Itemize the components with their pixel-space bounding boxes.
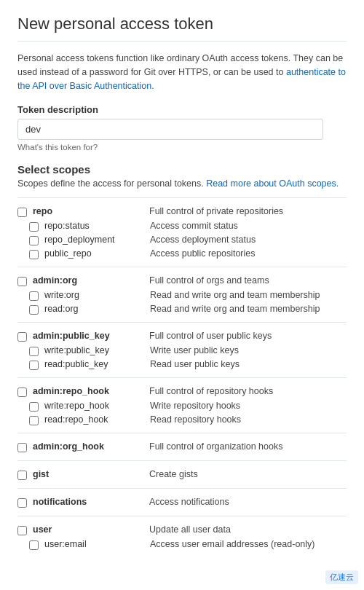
scope-name-read_repo_hook: read:repo_hook [44, 414, 150, 425]
scope-name-admin_org: admin:org [33, 275, 149, 286]
scope-group-admin_org_hook: admin:org_hookFull control of organizati… [17, 433, 347, 460]
scope-group-admin_public_key: admin:public_keyFull control of user pub… [17, 322, 347, 377]
scope-row-read_repo_hook: read:repo_hookRead repository hooks [17, 413, 347, 427]
scope-name-notifications: notifications [33, 497, 149, 507]
scope-group-gist: gistCreate gists [17, 460, 347, 488]
scope-desc-admin_org_hook: Full control of organization hooks [149, 441, 347, 452]
checkbox-admin_repo_hook[interactable] [17, 388, 27, 397]
scope-name-user: user [33, 524, 149, 535]
checkbox-public_repo[interactable] [29, 250, 39, 259]
checkbox-gist[interactable] [17, 471, 27, 480]
scope-row-read_org: read:orgRead and write org and team memb… [17, 302, 347, 316]
scope-desc-write_repo_hook: Write repository hooks [150, 401, 240, 411]
scope-group-user: userUpdate all user datauser:emailAccess… [17, 516, 347, 557]
checkbox-repo[interactable] [17, 208, 27, 217]
scopes-subtext: Scopes define the access for personal to… [17, 178, 347, 189]
scopes-container: repoFull control of private repositories… [17, 197, 347, 557]
checkbox-user[interactable] [17, 526, 27, 535]
checkbox-read_org[interactable] [29, 305, 39, 315]
scope-group-notifications: notificationsAccess notifications [17, 488, 347, 516]
scope-name-admin_public_key: admin:public_key [33, 331, 149, 341]
scope-desc-write_org: Read and write org and team membership [150, 290, 320, 300]
scope-row-user_email: user:emailAccess user email addresses (r… [17, 538, 347, 551]
scope-desc-read_repo_hook: Read repository hooks [150, 414, 241, 425]
scope-name-write_repo_hook: write:repo_hook [44, 401, 150, 411]
scope-name-read_org: read:org [44, 304, 150, 314]
scope-row-write_org: write:orgRead and write org and team mem… [17, 288, 347, 302]
scope-desc-repo_status: Access commit status [150, 221, 238, 231]
scope-row-repo: repoFull control of private repositories [17, 204, 347, 219]
token-description-label: Token description [17, 104, 347, 115]
scope-row-notifications: notificationsAccess notifications [17, 495, 347, 510]
scope-desc-read_org: Read and write org and team membership [150, 304, 320, 314]
checkbox-user_email[interactable] [29, 540, 39, 550]
scope-desc-user: Update all user data [149, 524, 347, 535]
scope-name-repo_status: repo:status [44, 221, 150, 231]
scope-row-write_repo_hook: write:repo_hookWrite repository hooks [17, 399, 347, 413]
oauth-scopes-link[interactable]: Read more about OAuth scopes. [206, 178, 339, 189]
scope-row-gist: gistCreate gists [17, 467, 347, 482]
checkbox-write_org[interactable] [29, 291, 39, 301]
checkbox-notifications[interactable] [17, 498, 27, 508]
scope-desc-write_public_key: Write user public keys [150, 345, 239, 355]
scope-name-admin_repo_hook: admin:repo_hook [33, 386, 149, 396]
checkbox-write_repo_hook[interactable] [29, 402, 39, 412]
scope-row-user: userUpdate all user data [17, 522, 347, 538]
scope-desc-user_email: Access user email addresses (read-only) [150, 539, 314, 549]
scope-name-write_public_key: write:public_key [44, 345, 150, 355]
scope-row-repo_deployment: repo_deploymentAccess deployment status [17, 233, 347, 247]
scope-name-user_email: user:email [44, 539, 150, 549]
scope-group-admin_org: admin:orgFull control of orgs and teamsw… [17, 267, 347, 322]
scope-row-admin_public_key: admin:public_keyFull control of user pub… [17, 329, 347, 344]
checkbox-admin_org[interactable] [17, 277, 27, 286]
scope-row-admin_repo_hook: admin:repo_hookFull control of repositor… [17, 384, 347, 399]
page-title: New personal access token [17, 15, 347, 42]
checkbox-admin_public_key[interactable] [17, 332, 27, 342]
scope-row-read_public_key: read:public_keyRead user public keys [17, 358, 347, 371]
scope-name-write_org: write:org [44, 290, 150, 300]
scope-desc-admin_org: Full control of orgs and teams [149, 275, 347, 286]
scope-name-gist: gist [33, 469, 149, 479]
scope-desc-notifications: Access notifications [149, 497, 347, 507]
checkbox-repo_deployment[interactable] [29, 236, 39, 245]
scope-row-write_public_key: write:public_keyWrite user public keys [17, 344, 347, 358]
scope-group-repo: repoFull control of private repositories… [17, 197, 347, 267]
scope-row-admin_org: admin:orgFull control of orgs and teams [17, 273, 347, 288]
scope-row-admin_org_hook: admin:org_hookFull control of organizati… [17, 439, 347, 455]
token-hint: What's this token for? [17, 143, 347, 152]
token-description-input[interactable] [17, 119, 323, 140]
scope-desc-repo_deployment: Access deployment status [150, 235, 256, 245]
description-text: Personal access tokens function like ord… [17, 52, 347, 93]
scope-name-admin_org_hook: admin:org_hook [33, 441, 149, 452]
scope-name-repo_deployment: repo_deployment [44, 235, 150, 245]
scope-name-repo: repo [33, 206, 149, 216]
scope-group-admin_repo_hook: admin:repo_hookFull control of repositor… [17, 377, 347, 433]
watermark-badge: 亿速云 [325, 570, 358, 584]
select-scopes-section: Select scopes Scopes define the access f… [17, 163, 347, 189]
scope-desc-repo: Full control of private repositories [149, 206, 347, 216]
checkbox-write_public_key[interactable] [29, 347, 39, 356]
checkbox-repo_status[interactable] [29, 222, 39, 232]
scope-name-public_repo: public_repo [44, 248, 150, 259]
checkbox-read_public_key[interactable] [29, 361, 39, 370]
checkbox-admin_org_hook[interactable] [17, 443, 27, 452]
scope-desc-gist: Create gists [149, 469, 347, 479]
checkbox-read_repo_hook[interactable] [29, 416, 39, 425]
scopes-heading: Select scopes [17, 163, 347, 176]
scope-name-read_public_key: read:public_key [44, 359, 150, 369]
scope-desc-admin_repo_hook: Full control of repository hooks [149, 386, 347, 396]
scope-row-repo_status: repo:statusAccess commit status [17, 219, 347, 233]
scope-desc-admin_public_key: Full control of user public keys [149, 331, 347, 341]
scope-row-public_repo: public_repoAccess public repositories [17, 247, 347, 261]
scope-desc-public_repo: Access public repositories [150, 248, 256, 259]
scope-desc-read_public_key: Read user public keys [150, 359, 240, 369]
